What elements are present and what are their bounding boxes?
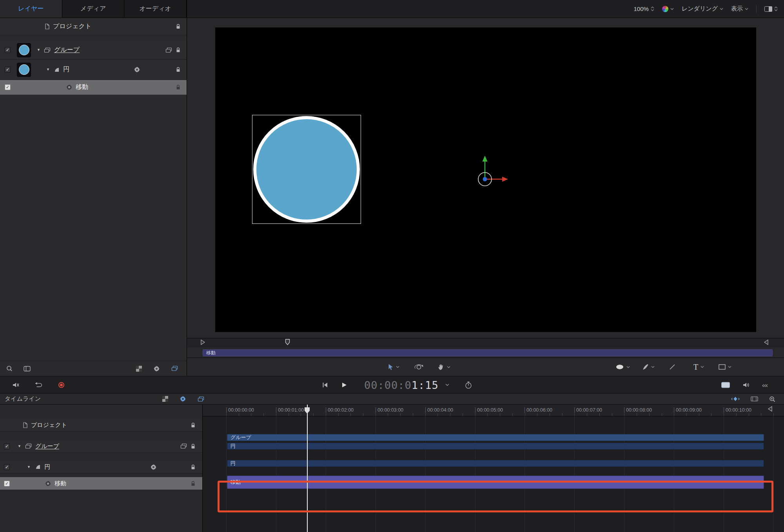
timeline-row-group[interactable]: ✓ ▼ グループ xyxy=(0,440,202,453)
mini-playhead-marker[interactable] xyxy=(285,339,290,347)
layer-row-behavior-move[interactable]: ✓ 移動 xyxy=(0,80,187,95)
rendering-menu[interactable]: レンダリング xyxy=(682,5,723,13)
disclosure-triangle[interactable]: ▼ xyxy=(18,445,21,448)
lock-icon[interactable] xyxy=(191,481,195,486)
canvas-toolbar: T xyxy=(187,358,784,376)
play-range-out-marker[interactable] xyxy=(764,340,768,347)
playhead-line[interactable] xyxy=(307,405,308,532)
keyframes-toggle-icon[interactable] xyxy=(731,396,740,401)
collapse-panel-button[interactable]: ‹‹‹ xyxy=(762,381,768,388)
pan-tool[interactable] xyxy=(438,364,450,370)
timeline-ruler[interactable]: 00:00:00:00 00:00:01:00 00:00:02:00 00:0… xyxy=(203,405,784,416)
timecode-dim-digits: 00:00:0 xyxy=(364,379,412,391)
tab-layers[interactable]: レイヤー xyxy=(0,0,62,18)
checkerboard-icon[interactable] xyxy=(162,396,168,402)
layers-stack-icon[interactable] xyxy=(171,366,178,371)
disclosure-triangle[interactable]: ▼ xyxy=(46,68,50,71)
paint-stroke-tool[interactable] xyxy=(642,363,655,370)
text-tool[interactable]: T xyxy=(693,363,704,371)
panel-toggle-icon[interactable] xyxy=(24,366,31,372)
ruler-out-marker[interactable] xyxy=(768,406,772,413)
filmstrip-icon[interactable] xyxy=(751,396,758,401)
line-tool[interactable] xyxy=(669,364,675,370)
track-bar-label: 円 xyxy=(230,443,236,450)
lock-icon[interactable] xyxy=(191,423,195,428)
timecode-menu-chevron[interactable] xyxy=(445,383,449,386)
timeline-label-project: プロジェクト xyxy=(31,421,67,429)
visibility-checkbox[interactable]: ✓ xyxy=(5,47,11,53)
chevron-down-icon xyxy=(670,8,674,10)
timecode-display[interactable]: 00:00:01:15 xyxy=(364,379,439,391)
chevron-down-icon xyxy=(445,383,449,386)
group-icon xyxy=(25,443,32,449)
visibility-checkbox[interactable]: ✓ xyxy=(4,481,10,487)
record-button[interactable] xyxy=(58,382,64,388)
layers-stack-icon[interactable] xyxy=(198,396,204,402)
lock-icon[interactable] xyxy=(191,444,195,449)
display-menu[interactable]: 表示 xyxy=(731,5,748,13)
timecode-mode-button[interactable] xyxy=(465,381,472,389)
behavior-gear-icon xyxy=(45,481,51,487)
zoom-timeline-icon[interactable] xyxy=(769,396,775,402)
timeline-row-behavior-move[interactable]: ✓ 移動 xyxy=(0,477,202,490)
chevron-down-icon xyxy=(720,8,723,10)
visibility-checkbox[interactable]: ✓ xyxy=(4,443,10,449)
viewport-layout-control[interactable] xyxy=(764,6,778,12)
lock-icon[interactable] xyxy=(176,24,180,29)
visibility-checkbox[interactable]: ✓ xyxy=(5,84,11,90)
timeline-title: タイムライン xyxy=(5,395,41,403)
track-bar-label: グループ xyxy=(230,434,251,441)
stepper-icon[interactable] xyxy=(651,6,654,11)
transform-anchor-handle[interactable] xyxy=(476,153,512,191)
tab-media[interactable]: メディア xyxy=(62,0,125,18)
layer-row-shape[interactable]: ✓ ▼ 円 xyxy=(0,60,187,80)
timeline-row-project[interactable]: プロジェクト xyxy=(0,419,202,432)
checkerboard-icon[interactable] xyxy=(136,366,142,372)
play-button[interactable] xyxy=(341,382,347,388)
go-to-start-button[interactable] xyxy=(322,382,328,388)
ruler-label: 00:00:06:00 xyxy=(524,407,552,413)
lock-icon[interactable] xyxy=(191,465,195,470)
zoom-control[interactable]: 100% xyxy=(634,5,654,12)
timeline-layers-list: プロジェクト ✓ ▼ グループ ✓ ▼ 円 xyxy=(0,405,203,532)
timeline-row-shape[interactable]: ✓ ▼ 円 xyxy=(0,461,202,474)
shape-oval-tool[interactable] xyxy=(615,364,630,370)
rectangle-mask-tool[interactable] xyxy=(719,364,731,370)
audio-level-button[interactable] xyxy=(743,382,750,388)
play-range-in-marker[interactable] xyxy=(201,340,205,347)
lock-icon[interactable] xyxy=(176,85,180,90)
disclosure-triangle[interactable]: ▼ xyxy=(27,465,31,469)
gear-icon[interactable] xyxy=(180,396,186,402)
select-transform-tool[interactable] xyxy=(388,363,399,370)
gear-icon[interactable] xyxy=(134,67,140,73)
visibility-checkbox[interactable]: ✓ xyxy=(4,464,10,470)
circle-shape[interactable] xyxy=(253,116,360,223)
color-channel-control[interactable] xyxy=(662,6,674,12)
line-icon xyxy=(669,364,675,370)
timeline-track-area[interactable]: 00:00:00:00 00:00:01:00 00:00:02:00 00:0… xyxy=(203,405,784,532)
tab-audio[interactable]: オーディオ xyxy=(124,0,187,18)
visibility-checkbox[interactable]: ✓ xyxy=(5,67,11,73)
timeline-label-group: グループ xyxy=(35,443,59,450)
disclosure-triangle[interactable]: ▼ xyxy=(37,48,40,52)
lock-icon[interactable] xyxy=(176,67,180,72)
gear-icon[interactable] xyxy=(154,366,160,372)
layers-stack-icon[interactable] xyxy=(165,47,172,53)
loop-playback-button[interactable] xyxy=(34,382,42,388)
hud-icon xyxy=(721,382,730,388)
ruler-label: 00:00:00:00 xyxy=(226,407,254,413)
gear-icon[interactable] xyxy=(151,464,156,470)
lock-icon[interactable] xyxy=(176,47,180,53)
timeline-tracks[interactable]: グループ 円 円 移動 xyxy=(203,416,784,532)
audio-mute-button[interactable] xyxy=(13,382,20,388)
mini-timeline-behavior-bar[interactable]: 移動 xyxy=(203,349,773,356)
annotation-highlight-rect xyxy=(218,481,773,512)
search-icon[interactable] xyxy=(6,365,13,372)
orbit-3d-tool[interactable] xyxy=(414,363,423,370)
layer-row-group[interactable]: ✓ ▼ グループ xyxy=(0,41,187,60)
layers-stack-icon[interactable] xyxy=(180,443,187,449)
mini-timeline-ruler[interactable] xyxy=(187,338,784,347)
ruler-label: 00:00:01:00 xyxy=(276,407,304,413)
hud-toggle-button[interactable] xyxy=(721,382,730,388)
layer-row-project[interactable]: プロジェクト xyxy=(0,18,187,35)
